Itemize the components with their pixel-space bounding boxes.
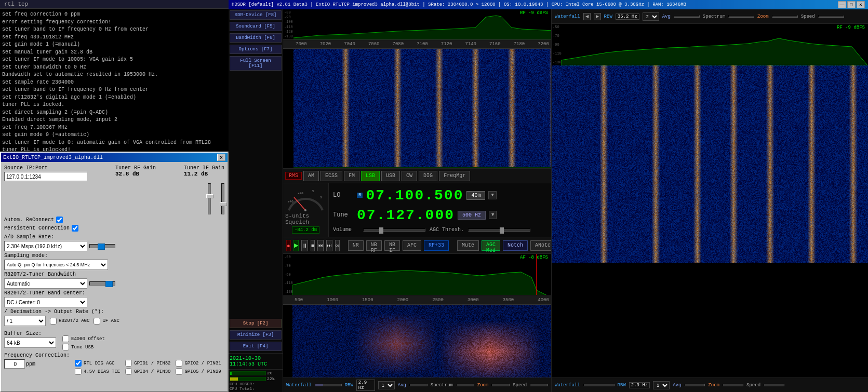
r820t-center-select[interactable]: DC / Center: 0: [4, 297, 87, 307]
rbw3-select[interactable]: 124: [653, 381, 670, 389]
rbw-select[interactable]: 124: [643, 12, 659, 21]
agc-med-btn[interactable]: AGC Med: [482, 240, 500, 251]
tune-hz-arrow[interactable]: ▼: [489, 211, 497, 219]
nb-rf-btn[interactable]: NB RF: [366, 240, 382, 251]
tuner-if-label: Tuner IF Gain: [184, 165, 224, 171]
freq-7160: 7160: [489, 42, 501, 47]
autom-checkbox[interactable]: [56, 217, 63, 223]
terminal-line: set tuner IF mode to 10005: VGA gain idx…: [2, 56, 226, 64]
minimize-button[interactable]: Minimize [F3]: [230, 330, 282, 340]
rtl-dig-agc-checkbox[interactable]: [75, 360, 82, 367]
play-btn[interactable]: ▶: [293, 240, 299, 251]
lo-band-arrow[interactable]: ▼: [488, 191, 496, 199]
persistent-label: Persistent Connection: [4, 225, 70, 231]
rewind-btn[interactable]: ⏮: [317, 240, 324, 251]
loop-btn[interactable]: ∞: [335, 240, 340, 251]
gpio5-label: GPIO5 / PIN29: [184, 369, 221, 374]
rbw2-label: RBW: [345, 383, 353, 388]
buffer-select[interactable]: 64 kB: [4, 337, 56, 348]
stop-button[interactable]: Stop [F2]: [230, 319, 282, 328]
extio-close-button[interactable]: ×: [217, 154, 225, 161]
ad-sample-select[interactable]: 2.304 Msps (192.0 kHz): [4, 241, 87, 251]
if-agc-checkbox[interactable]: [94, 318, 100, 325]
af-waterfall[interactable]: [283, 305, 551, 377]
gpio2-checkbox[interactable]: [176, 360, 182, 367]
lo-freq-display[interactable]: 07.100.500: [366, 187, 463, 204]
rf-plus-btn[interactable]: RF+33: [424, 240, 449, 251]
afc-btn[interactable]: AFC: [403, 240, 421, 251]
exit-button[interactable]: Exit [F4]: [230, 342, 282, 351]
freq-correction-input[interactable]: [4, 359, 25, 369]
agc-thresh-slider[interactable]: [468, 228, 530, 232]
speed-label: Speed: [801, 14, 815, 19]
freqmgr-btn[interactable]: FreqMgr: [439, 171, 470, 181]
stop-transport-btn[interactable]: ■: [311, 240, 315, 251]
terminal-line: Enabled direct sampling mode, input 2: [2, 116, 226, 124]
freq-7040: 7040: [344, 42, 355, 47]
notch-btn[interactable]: Notch: [503, 240, 528, 251]
rf-waterfall-canvas: [293, 49, 551, 168]
r820t-bw-select[interactable]: Automatic: [4, 278, 87, 289]
avg2-label: Avg: [398, 383, 406, 388]
rec-btn[interactable]: ●: [286, 240, 291, 251]
rbw2-select[interactable]: 124: [378, 381, 395, 389]
source-input[interactable]: [4, 172, 87, 181]
terminal-line: set tuner bandwidth to 0 Hz: [2, 64, 226, 72]
spectrum2-label: Spectrum: [431, 383, 453, 388]
persistent-checkbox[interactable]: [72, 225, 78, 232]
bandwidth-button[interactable]: Bandwidth [F6]: [230, 33, 282, 43]
right-rf-spectrum-svg: [561, 24, 868, 65]
mute-btn[interactable]: Mute: [457, 240, 479, 251]
wf-right-btn[interactable]: ▶: [594, 13, 601, 20]
minimize-win-btn[interactable]: —: [838, 1, 846, 8]
terminal-line: set manual tuner gain 32.8 dB: [2, 49, 226, 57]
bias-tee-checkbox[interactable]: [75, 368, 82, 375]
rf-waterfall-area[interactable]: [283, 49, 551, 168]
rf-rbw-controls: Waterfall ◀ ▶ RBW 35.2 Hz 124 Avg Spectr…: [552, 9, 868, 24]
e4000-checkbox[interactable]: [62, 335, 69, 342]
freq-7080: 7080: [393, 42, 404, 47]
gpio5-checkbox[interactable]: [176, 368, 182, 375]
fullscreen-button[interactable]: Full Screen [F11]: [230, 56, 282, 71]
freq-7200: 7200: [538, 42, 549, 47]
right-waterfall-canvas: [552, 65, 868, 263]
zoom-label: Zoom: [757, 14, 769, 19]
tune-usb-checkbox[interactable]: [62, 344, 69, 350]
pause-btn[interactable]: ⏸: [301, 240, 308, 251]
af-spectrum-display: AF -8 dBFS -50 -70 -90 -110 -130: [283, 254, 551, 295]
mode-usb-btn[interactable]: USB: [381, 171, 400, 181]
volume-slider[interactable]: [363, 228, 425, 232]
options-button[interactable]: Options [F7]: [230, 45, 282, 54]
gpio1-checkbox[interactable]: [125, 360, 132, 367]
lo-band-btn[interactable]: 40m: [466, 191, 485, 200]
nb-if-btn[interactable]: NB IF: [384, 240, 400, 251]
tune-hz-btn[interactable]: 500 Hz: [458, 211, 486, 220]
decimation-select[interactable]: / 1: [4, 316, 46, 326]
speed2-label: Speed: [513, 383, 527, 388]
mode-am-btn[interactable]: AM: [303, 171, 319, 181]
forward-btn[interactable]: ⏭: [326, 240, 332, 251]
mode-lsb-btn[interactable]: LSB: [361, 171, 380, 181]
mode-ecss-btn[interactable]: ECSS: [321, 171, 342, 181]
close-win-btn[interactable]: ×: [857, 1, 865, 8]
gpio4-checkbox[interactable]: [125, 368, 132, 375]
af-freq-axis: 500 1000 1500 2000 2500 3000 3500 4000: [283, 295, 551, 305]
r820t-agc-checkbox[interactable]: [50, 318, 57, 325]
nr-btn[interactable]: NR: [348, 240, 364, 251]
mode-fm-btn[interactable]: FM: [344, 171, 359, 181]
zoom3-label: Zoom: [708, 383, 719, 388]
mode-dig-btn[interactable]: DIG: [419, 171, 437, 181]
af-freq-1000: 1000: [327, 298, 338, 303]
freq-7140: 7140: [465, 42, 476, 47]
vol-label: Volume: [333, 227, 359, 233]
sampling-select[interactable]: Auto Q: pin Q for freqencies < 24.5 MHz: [4, 260, 108, 270]
wf-left-btn[interactable]: ◀: [583, 13, 591, 20]
af-rbw-controls: Waterfall RBW 2.9 Hz 124 Avg Spectru: [283, 377, 551, 392]
soundcard-button[interactable]: Soundcard [F5]: [230, 22, 282, 31]
restore-win-btn[interactable]: □: [847, 1, 856, 8]
tune-freq-display[interactable]: 07.127.000: [357, 207, 455, 223]
ad-sample-label: A/D Sample Rate:: [4, 234, 224, 240]
sdr-device-button[interactable]: SDR-Device [F8]: [230, 10, 282, 20]
right-rf-waterfall[interactable]: [552, 65, 868, 377]
mode-cw-btn[interactable]: CW: [402, 171, 417, 181]
